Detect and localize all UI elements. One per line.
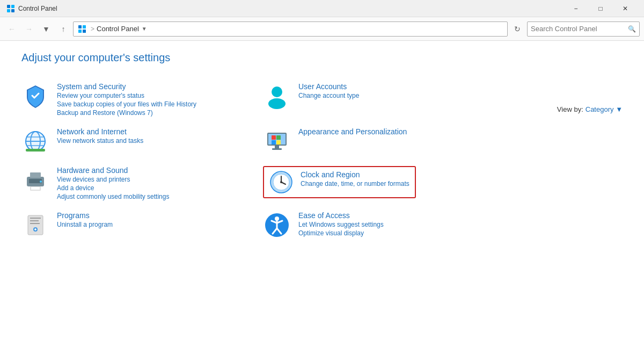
category-user-accounts: User Accounts Change account type (263, 77, 504, 122)
svg-point-35 (280, 181, 282, 183)
network-internet-title[interactable]: Network and Internet (57, 127, 143, 136)
programs-link-1[interactable]: Uninstall a program (57, 221, 113, 228)
close-button[interactable]: ✕ (613, 0, 638, 17)
view-by-value-text: Category (586, 105, 614, 113)
category-clock-region: Clock and Region Change date, time, or n… (263, 161, 504, 206)
system-security-link-3[interactable]: Backup and Restore (Windows 7) (57, 109, 196, 117)
back-button[interactable]: ← (4, 21, 19, 37)
search-icon: 🔍 (628, 25, 636, 33)
up-button[interactable]: ↑ (56, 21, 71, 37)
minimize-button[interactable]: − (564, 0, 588, 17)
clock-region-text: Clock and Region Change date, time, or n… (301, 170, 409, 187)
search-box[interactable]: 🔍 (527, 21, 640, 37)
address-bar: ← → ▼ ↑ > Control Panel ▼ ↻ 🔍 (0, 17, 644, 41)
user-accounts-icon (263, 82, 291, 110)
svg-rect-6 (78, 30, 82, 33)
svg-rect-23 (275, 146, 279, 148)
category-hardware-sound: Hardware and Sound View devices and prin… (21, 161, 263, 206)
view-by-value[interactable]: Category ▼ (586, 105, 623, 113)
svg-rect-22 (276, 140, 281, 145)
window-controls: − □ ✕ (564, 0, 638, 17)
network-internet-icon (21, 127, 49, 155)
svg-rect-3 (11, 9, 14, 12)
window-title: Control Panel (18, 5, 564, 12)
categories-grid: System and Security Review your computer… (21, 77, 504, 244)
breadcrumb: > Control Panel (78, 25, 139, 33)
user-accounts-title[interactable]: User Accounts (298, 82, 359, 91)
category-appearance: Appearance and Personalization (263, 122, 504, 161)
recent-locations-button[interactable]: ▼ (39, 21, 54, 37)
svg-rect-37 (30, 218, 41, 219)
hardware-sound-link-2[interactable]: Add a device (57, 184, 169, 192)
user-accounts-text: User Accounts Change account type (298, 82, 359, 99)
address-dropdown-button[interactable]: ▼ (139, 21, 150, 37)
hardware-sound-link-1[interactable]: View devices and printers (57, 176, 169, 183)
svg-point-8 (272, 86, 282, 97)
svg-rect-19 (272, 135, 276, 140)
svg-rect-21 (272, 140, 276, 145)
address-field[interactable]: > Control Panel ▼ (73, 21, 508, 37)
svg-rect-7 (83, 30, 86, 33)
svg-rect-27 (30, 172, 41, 178)
system-security-link-1[interactable]: Review your computer's status (57, 92, 196, 99)
hardware-sound-title[interactable]: Hardware and Sound (57, 166, 169, 175)
control-panel-address-icon (78, 25, 86, 33)
view-by-dropdown-icon: ▼ (616, 105, 623, 113)
user-accounts-link-1[interactable]: Change account type (298, 92, 359, 99)
programs-text: Programs Uninstall a program (57, 211, 113, 228)
svg-rect-39 (30, 223, 40, 224)
system-security-link-2[interactable]: Save backup copies of your files with Fi… (57, 100, 196, 108)
svg-rect-30 (31, 187, 40, 190)
category-network-internet: Network and Internet View network status… (21, 122, 263, 161)
svg-rect-38 (30, 220, 39, 221)
svg-point-29 (40, 181, 42, 183)
path-separator: > (91, 25, 94, 33)
clock-region-title[interactable]: Clock and Region (301, 170, 409, 179)
appearance-icon (263, 127, 291, 155)
ease-access-icon (263, 211, 291, 239)
page-title: Adjust your computer's settings (21, 52, 623, 64)
network-internet-text: Network and Internet View network status… (57, 127, 143, 145)
ease-access-link-1[interactable]: Let Windows suggest settings (298, 221, 384, 228)
search-input[interactable] (531, 25, 628, 33)
refresh-button[interactable]: ↻ (510, 21, 525, 37)
svg-rect-5 (83, 25, 86, 28)
hardware-sound-icon (21, 166, 49, 194)
ease-access-link-2[interactable]: Optimize visual display (298, 229, 384, 237)
ease-access-text: Ease of Access Let Windows suggest setti… (298, 211, 384, 237)
svg-rect-16 (26, 149, 45, 152)
forward-button[interactable]: → (21, 21, 36, 37)
svg-rect-0 (7, 5, 10, 8)
system-security-text: System and Security Review your computer… (57, 82, 196, 117)
view-by-label: View by: (557, 105, 583, 113)
title-bar: Control Panel − □ ✕ (0, 0, 644, 17)
maximize-button[interactable]: □ (588, 0, 613, 17)
svg-rect-1 (11, 5, 14, 8)
title-bar-icon (6, 4, 15, 13)
appearance-text: Appearance and Personalization (298, 127, 407, 136)
clock-region-highlight: Clock and Region Change date, time, or n… (263, 166, 416, 198)
system-security-title[interactable]: System and Security (57, 82, 196, 91)
hardware-sound-link-3[interactable]: Adjust commonly used mobility settings (57, 193, 169, 200)
view-by-control: View by: Category ▼ (557, 105, 623, 113)
svg-rect-2 (7, 9, 10, 12)
svg-point-9 (268, 98, 286, 109)
content-area: Adjust your computer's settings View by:… (0, 41, 644, 339)
category-programs: Programs Uninstall a program (21, 206, 263, 244)
ease-access-title[interactable]: Ease of Access (298, 211, 384, 220)
network-internet-link-1[interactable]: View network status and tasks (57, 137, 143, 145)
svg-point-15 (26, 132, 45, 151)
path-text: Control Panel (97, 25, 139, 33)
hardware-sound-text: Hardware and Sound View devices and prin… (57, 166, 169, 200)
programs-icon (21, 211, 49, 239)
category-ease-access: Ease of Access Let Windows suggest setti… (263, 206, 504, 244)
clock-region-icon (269, 170, 293, 194)
clock-region-link-1[interactable]: Change date, time, or number formats (301, 180, 409, 187)
svg-rect-20 (276, 135, 281, 140)
svg-rect-4 (78, 25, 82, 28)
svg-rect-24 (272, 148, 282, 150)
category-system-security: System and Security Review your computer… (21, 77, 263, 122)
appearance-title[interactable]: Appearance and Personalization (298, 127, 407, 136)
programs-title[interactable]: Programs (57, 211, 113, 220)
system-security-icon (21, 82, 49, 110)
